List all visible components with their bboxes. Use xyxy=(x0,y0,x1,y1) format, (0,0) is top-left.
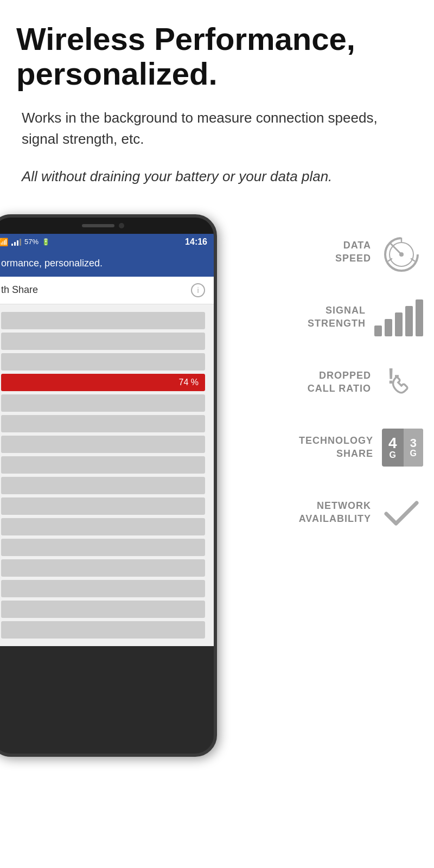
bottom-section: 📶 57% 🔋 14:16 ormance, personalized. th … xyxy=(0,214,434,757)
list-item xyxy=(1,436,205,453)
list-item-accent: 74 % xyxy=(1,374,205,391)
phone-camera xyxy=(119,223,124,228)
list-item xyxy=(1,333,205,350)
metric-signal-strength: SIGNAL STRENGTH xyxy=(217,290,423,344)
list-item xyxy=(1,497,205,515)
list-item xyxy=(1,539,205,556)
metric-data-speed: DATA SPEED xyxy=(217,225,423,279)
signal-bars-status xyxy=(11,238,21,246)
phone-list-items: 74 % xyxy=(0,304,214,646)
signal-strength-label: SIGNAL STRENGTH xyxy=(308,304,366,330)
phone-top-bar xyxy=(0,218,214,234)
technology-share-label: TECHNOLOGY SHARE xyxy=(299,435,373,460)
data-speed-label: DATA SPEED xyxy=(335,239,371,265)
italic-note: All without draining your battery or you… xyxy=(16,166,418,187)
network-availability-label: NETWORK AVAILABILITY xyxy=(299,500,371,525)
phone-mockup: 📶 57% 🔋 14:16 ormance, personalized. th … xyxy=(0,214,217,757)
list-item xyxy=(1,353,205,371)
list-item xyxy=(1,477,205,494)
technology-share-icon: 4 G 3 G xyxy=(382,429,423,467)
network-availability-icon xyxy=(380,491,423,534)
list-item xyxy=(1,580,205,597)
phone-list-header-text: th Share xyxy=(1,284,38,296)
phone-blue-header: ormance, personalized. xyxy=(0,250,214,277)
list-item xyxy=(1,518,205,535)
list-item xyxy=(1,312,205,329)
list-item xyxy=(1,456,205,474)
4g-box: 4 G xyxy=(382,429,404,467)
phone-content: th Share i 74 % xyxy=(0,277,214,646)
metrics-panel: DATA SPEED SIGNAL STRENGTH xyxy=(206,214,434,551)
list-item xyxy=(1,415,205,432)
list-item xyxy=(1,601,205,618)
svg-line-2 xyxy=(391,244,401,254)
subtitle-text: Works in the background to measure conne… xyxy=(16,107,418,150)
phone-speaker xyxy=(82,224,114,227)
header-section: Wireless Performance, personalized. Work… xyxy=(0,0,434,198)
3g-box: 3 G xyxy=(404,429,423,467)
status-left: 📶 57% 🔋 xyxy=(0,238,50,246)
list-item xyxy=(1,559,205,577)
signal-strength-icon xyxy=(374,298,423,336)
wifi-icon: 📶 xyxy=(0,238,8,246)
metric-technology-share: TECHNOLOGY SHARE 4 G 3 G xyxy=(217,420,423,475)
metric-network-availability: NETWORK AVAILABILITY xyxy=(217,486,423,540)
dropped-call-label: DROPPED CALL RATIO xyxy=(308,369,371,395)
battery-icon: 🔋 xyxy=(42,238,50,246)
battery-percent: 57% xyxy=(24,238,39,246)
phone-list-header: th Share i xyxy=(0,277,214,304)
dropped-call-icon: ! xyxy=(380,361,423,404)
time-display: 14:16 xyxy=(185,237,207,247)
list-item xyxy=(1,621,205,639)
list-item xyxy=(1,394,205,412)
metric-dropped-call: DROPPED CALL RATIO ! xyxy=(217,355,423,410)
phone-status-bar: 📶 57% 🔋 14:16 xyxy=(0,234,214,250)
main-title: Wireless Performance, personalized. xyxy=(16,22,418,91)
svg-point-3 xyxy=(399,252,404,257)
data-speed-icon xyxy=(380,231,423,274)
info-circle[interactable]: i xyxy=(191,283,205,297)
